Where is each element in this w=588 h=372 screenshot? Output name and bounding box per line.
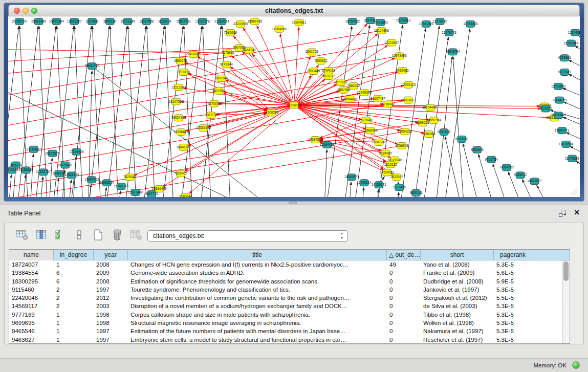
graph-node-label: 17016504 — [559, 142, 574, 146]
new-table-button[interactable] — [92, 228, 105, 242]
column-header-year[interactable]: year — [94, 250, 128, 260]
table-cell: 18724007 — [9, 260, 54, 269]
graph-edge[interactable] — [445, 137, 465, 197]
graph-edge[interactable] — [376, 189, 378, 197]
graph-edge[interactable] — [39, 177, 43, 197]
status-bar: Memory: OK — [0, 358, 588, 372]
table-cell: 1998 — [94, 311, 128, 319]
graph-edge[interactable] — [110, 26, 119, 197]
graph-edge[interactable] — [575, 46, 580, 57]
graph-edge[interactable] — [221, 78, 267, 110]
graph-edge[interactable] — [569, 74, 580, 86]
graph-edge[interactable] — [294, 105, 366, 129]
graph-node-label: 10688609 — [363, 128, 378, 132]
graph-edge[interactable] — [12, 169, 15, 197]
table-row[interactable]: 946362711997Embryonic stem cells: a mode… — [9, 336, 570, 344]
table-cell: 5.3E-5 — [494, 286, 532, 294]
column-header-pagerank[interactable]: pagerank — [494, 250, 532, 260]
graph-node-label: 16654923 — [398, 129, 412, 133]
table-row[interactable]: 1938455462009Genome-wide association stu… — [9, 269, 570, 277]
column-header-title[interactable]: title — [128, 250, 387, 260]
graph-node-label: 8133104 — [159, 19, 172, 23]
network-canvas[interactable]: 1872400722420046271812612213383181075531… — [8, 16, 580, 197]
table-cell: Genome-wide association studies in ADHD. — [128, 269, 387, 277]
show-column-button[interactable] — [35, 228, 48, 242]
graph-node-label: 12505185 — [64, 173, 79, 177]
citation-graph[interactable]: 1872400722420046271812612213383181075531… — [8, 16, 580, 197]
graph-edge[interactable] — [361, 187, 364, 197]
graph-edge[interactable] — [434, 56, 452, 197]
vertical-scrollbar[interactable] — [562, 260, 570, 343]
panel-splitter-handle[interactable] — [289, 202, 297, 204]
graph-edge[interactable] — [8, 93, 273, 197]
graph-node-label: 16154808 — [374, 29, 389, 32]
table-row[interactable]: 911546021997Tourette syndrome. Phenomeno… — [9, 286, 570, 294]
row-height-button[interactable] — [73, 228, 86, 242]
column-header-short[interactable]: short — [421, 250, 494, 260]
graph-edge[interactable] — [8, 123, 423, 189]
graph-edge[interactable] — [396, 192, 399, 197]
graph-edge[interactable] — [69, 26, 92, 197]
table-row[interactable]: 977716911998Corpus callosum shape and si… — [9, 311, 570, 319]
graph-node-label: 20564436 — [342, 97, 357, 101]
scrollbar-thumb[interactable] — [563, 261, 569, 281]
graph-edge[interactable] — [22, 174, 26, 197]
graph-node-label: 9361754 — [485, 158, 498, 161]
graph-edge[interactable] — [75, 26, 83, 197]
delete-table-button[interactable] — [129, 228, 143, 242]
table-cell: 6 — [54, 269, 94, 277]
graph-edge[interactable] — [203, 26, 211, 197]
canvas-resize-grip[interactable] — [571, 188, 578, 195]
graph-node-label: 1615132 — [384, 163, 398, 166]
graph-node-label: 17957253 — [84, 178, 99, 181]
graph-edge[interactable] — [579, 35, 580, 47]
delete-rows-button[interactable] — [111, 228, 124, 242]
graph-node-label: 9184067 — [379, 151, 393, 155]
graph-edge[interactable] — [349, 182, 351, 197]
graph-edge[interactable] — [576, 161, 580, 173]
select-columns-button[interactable] — [54, 228, 67, 242]
table-cell: Jankovic et al. (1997) — [421, 286, 494, 294]
memory-status-label: Memory: OK — [533, 362, 567, 368]
float-panel-icon[interactable] — [558, 209, 567, 217]
table-row[interactable]: 1872400712008Changes of HCN gene express… — [9, 260, 570, 269]
graph-node-label: 8215353 — [539, 106, 553, 110]
table-row[interactable]: 1456911722003Disruption of a novel membe… — [9, 302, 570, 310]
graph-node-label: 7955812 — [315, 59, 328, 62]
column-header-name[interactable]: name — [9, 250, 54, 260]
graph-edge[interactable] — [92, 26, 101, 197]
graph-edge[interactable] — [8, 146, 402, 197]
graph-edge[interactable] — [30, 154, 33, 197]
table-cell: Hescheler et al. (1997) — [421, 336, 494, 344]
graph-node-label: 16304811 — [292, 20, 307, 24]
table-cell: Structural magnetic resonance image aver… — [128, 319, 387, 327]
graph-edge[interactable] — [185, 63, 294, 105]
graph-edge[interactable] — [563, 102, 580, 114]
graph-edge[interactable] — [294, 24, 367, 105]
table-row[interactable]: 2242004622012Investigating the contribut… — [9, 294, 570, 302]
graph-node-label: 20691406 — [31, 19, 46, 23]
graph-edge[interactable] — [55, 178, 58, 197]
graph-edge[interactable] — [537, 185, 555, 197]
table-cell: Estimation of the future numbers of pati… — [128, 327, 387, 335]
graph-edge[interactable] — [453, 56, 465, 197]
graph-edge[interactable] — [88, 184, 91, 197]
column-header-out_de[interactable]: △ out_de… — [387, 250, 421, 260]
memory-ok-icon[interactable] — [572, 361, 580, 369]
graph-edge[interactable] — [324, 149, 327, 197]
network-titlebar[interactable]: citations_edges.txt — [8, 5, 580, 16]
table-cell: Disruption of a novel member of a sodium… — [128, 302, 387, 310]
table-row[interactable]: 969969511998Structural magnetic resonanc… — [9, 319, 570, 327]
table-settings-button[interactable] — [16, 228, 29, 242]
graph-node-label: 7685068 — [224, 31, 237, 34]
graph-edge[interactable] — [199, 26, 222, 197]
graph-node-label: 9227349 — [558, 70, 572, 74]
table-select-dropdown[interactable]: citations_edges.txt ▲▼ — [147, 230, 348, 242]
table-row[interactable]: 946554611997Estimation of the future num… — [9, 327, 570, 335]
column-header-in_degree[interactable]: in_degree — [54, 250, 94, 260]
table-cell: 0 — [387, 269, 421, 277]
graph-edge[interactable] — [8, 174, 11, 197]
close-panel-icon[interactable]: ✕ — [574, 208, 580, 216]
graph-node-label: 14136141 — [372, 183, 386, 186]
table-row[interactable]: 1830029562008Estimation of significance … — [9, 277, 570, 286]
